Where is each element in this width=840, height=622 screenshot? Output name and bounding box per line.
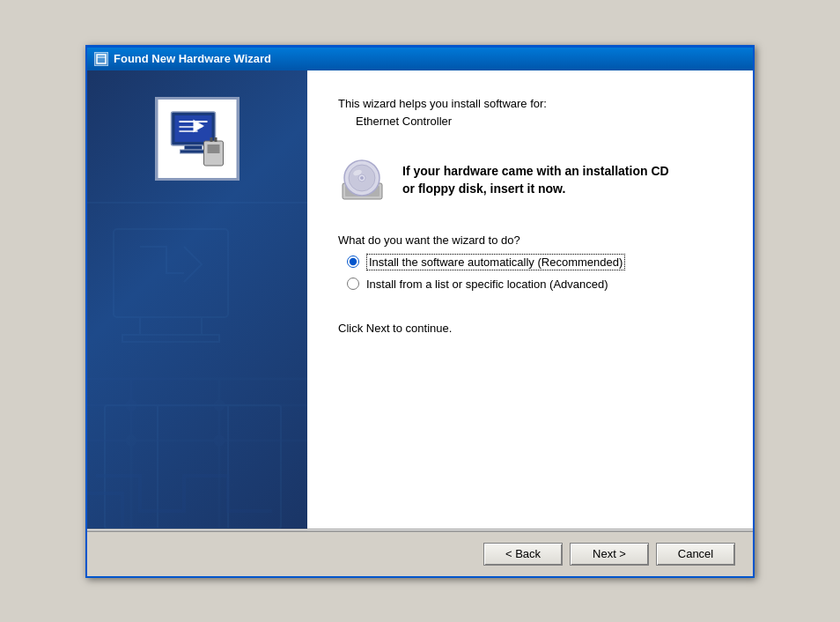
svg-point-34 [360,176,364,180]
svg-point-14 [127,401,136,410]
wizard-icon-box [156,97,239,181]
hardware-svg-icon [166,107,228,169]
window-body: This wizard helps you install software f… [87,70,753,576]
svg-point-15 [215,401,224,410]
svg-rect-27 [210,137,212,142]
svg-rect-23 [184,145,202,150]
cd-text-line1: If your hardware came with an installati… [402,163,669,181]
svg-point-17 [215,436,224,445]
main-content: This wizard helps you install software f… [87,70,753,529]
radio-option-1[interactable]: Install the software automatically (Reco… [347,254,722,270]
svg-rect-4 [122,335,219,342]
title-bar-icon [94,52,108,66]
svg-rect-24 [180,150,206,153]
cd-drive-icon [338,159,387,203]
window-title: Found New Hardware Wizard [114,52,746,65]
window-icon [96,54,107,64]
svg-rect-3 [140,317,202,335]
intro-section: This wizard helps you install software f… [338,97,722,128]
svg-rect-26 [207,144,219,153]
svg-rect-9 [87,379,307,529]
radio-label-manual: Install from a list or specific location… [366,278,608,291]
title-bar: Found New Hardware Wizard [87,48,753,70]
radio-label-auto: Install the software automatically (Reco… [366,254,625,270]
left-panel [87,70,307,529]
back-button[interactable]: < Back [483,543,563,566]
radio-group: Install the software automatically (Reco… [347,254,722,291]
svg-rect-0 [97,55,106,63]
question-text: What do you want the wizard to do? [338,233,722,247]
next-button[interactable]: Next > [570,543,649,566]
cancel-button[interactable]: Cancel [656,543,735,566]
cd-text-line2: or floppy disk, insert it now. [402,181,669,198]
device-name: Ethernet Controller [356,115,722,128]
cd-text-container: If your hardware came with an installati… [402,163,669,197]
radio-manual-install[interactable] [347,278,359,290]
options-section: What do you want the wizard to do? Insta… [338,233,722,291]
click-next-text: Click Next to continue. [338,322,722,335]
right-panel: This wizard helps you install software f… [307,70,753,529]
radio-option-2[interactable]: Install from a list or specific location… [347,278,722,291]
radio-auto-install[interactable] [347,255,359,268]
intro-text: This wizard helps you install software f… [338,97,722,110]
svg-rect-28 [214,137,217,142]
wizard-window: Found New Hardware Wizard [85,45,755,578]
footer: < Back Next > Cancel [87,530,753,576]
svg-point-16 [127,436,136,445]
cd-section: If your hardware came with an installati… [338,159,722,203]
